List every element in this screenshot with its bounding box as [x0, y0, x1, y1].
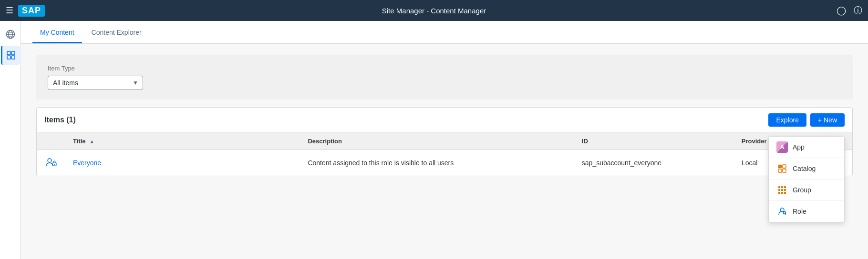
svg-rect-17 — [781, 189, 783, 191]
svg-rect-15 — [784, 186, 786, 188]
dropdown-item-catalog[interactable]: Catalog — [769, 158, 844, 179]
tab-my-content[interactable]: My Content — [32, 23, 82, 43]
dropdown-item-role[interactable]: Role — [769, 201, 844, 222]
items-table: Title ▲ Description ID Provider — [37, 133, 852, 176]
main-layout: My Content Content Explorer Item Type Al… — [0, 21, 868, 259]
item-type-select[interactable]: All items App Catalog Group Role — [48, 76, 143, 90]
svg-rect-14 — [781, 186, 783, 188]
content-area: Item Type All items App Catalog Group Ro… — [21, 44, 868, 259]
svg-point-27 — [54, 164, 55, 165]
dropdown-item-group[interactable]: Group — [769, 179, 844, 201]
group-label: Group — [793, 186, 811, 194]
row-desc-cell: Content assigned to this role is visible… — [300, 150, 574, 176]
svg-rect-6 — [11, 51, 15, 55]
items-actions: Explore + New A App — [768, 113, 845, 127]
svg-rect-16 — [778, 189, 780, 191]
new-button-wrapper: + New A App — [810, 113, 845, 127]
items-section: Items (1) Explore + New A — [36, 107, 853, 176]
svg-rect-11 — [778, 169, 782, 172]
sidenav-pages[interactable] — [1, 46, 20, 65]
title-sort-icon[interactable]: ▲ — [89, 139, 94, 144]
app-header: ☰ SAP Site Manager - Content Manager ◯ ⓘ — [0, 0, 868, 21]
filter-section: Item Type All items App Catalog Group Ro… — [36, 55, 853, 100]
svg-point-25 — [48, 159, 52, 162]
group-icon — [776, 184, 788, 196]
tab-content-explorer[interactable]: Content Explorer — [84, 23, 149, 43]
everyone-row-icon — [44, 156, 58, 169]
filter-label: Item Type — [48, 65, 841, 72]
svg-rect-10 — [783, 165, 786, 168]
header-title: Site Manager - Content Manager — [382, 7, 486, 15]
table-row: Everyone Content assigned to this role i… — [37, 150, 852, 176]
role-icon — [776, 206, 788, 217]
profile-icon[interactable]: ◯ — [837, 5, 846, 16]
svg-rect-18 — [784, 189, 786, 191]
main-content: My Content Content Explorer Item Type Al… — [21, 21, 868, 259]
catalog-icon — [776, 163, 788, 174]
sidenav-globe[interactable] — [1, 25, 20, 44]
col-desc-header: Description — [300, 133, 574, 150]
tabs-bar: My Content Content Explorer — [21, 21, 868, 44]
col-title-header: Title ▲ — [65, 133, 300, 150]
svg-rect-5 — [7, 51, 10, 55]
menu-icon[interactable]: ☰ — [6, 5, 13, 16]
col-checkbox-header — [37, 133, 65, 150]
svg-rect-19 — [778, 192, 780, 194]
item-type-select-wrapper: All items App Catalog Group Role ▼ — [48, 76, 143, 90]
svg-rect-21 — [784, 192, 786, 194]
help-icon[interactable]: ⓘ — [854, 5, 862, 16]
items-title: Items (1) — [44, 116, 76, 124]
everyone-link[interactable]: Everyone — [73, 159, 101, 167]
new-button[interactable]: + New — [810, 113, 845, 127]
role-label: Role — [793, 208, 806, 215]
sap-logo-text: SAP — [18, 5, 45, 17]
header-right-icons: ◯ ⓘ — [837, 5, 862, 16]
new-item-dropdown: A App — [768, 136, 845, 222]
svg-rect-13 — [778, 186, 780, 188]
row-icon-cell — [37, 150, 65, 176]
svg-rect-12 — [783, 169, 786, 172]
row-id-cell: sap_subaccount_everyone — [574, 150, 734, 176]
svg-rect-8 — [11, 56, 15, 59]
app-label: App — [793, 143, 805, 151]
col-id-header: ID — [574, 133, 734, 150]
svg-rect-20 — [781, 192, 783, 194]
sidenav — [0, 21, 21, 259]
catalog-label: Catalog — [793, 165, 816, 172]
svg-rect-9 — [778, 165, 782, 168]
table-header-row: Title ▲ Description ID Provider — [37, 133, 852, 150]
dropdown-item-app[interactable]: A App — [769, 137, 844, 158]
app-icon: A — [776, 141, 788, 153]
explore-button[interactable]: Explore — [768, 113, 806, 127]
row-title-cell: Everyone — [65, 150, 300, 176]
svg-rect-7 — [7, 56, 10, 59]
items-header: Items (1) Explore + New A — [37, 108, 852, 133]
sap-logo: SAP — [18, 5, 45, 17]
